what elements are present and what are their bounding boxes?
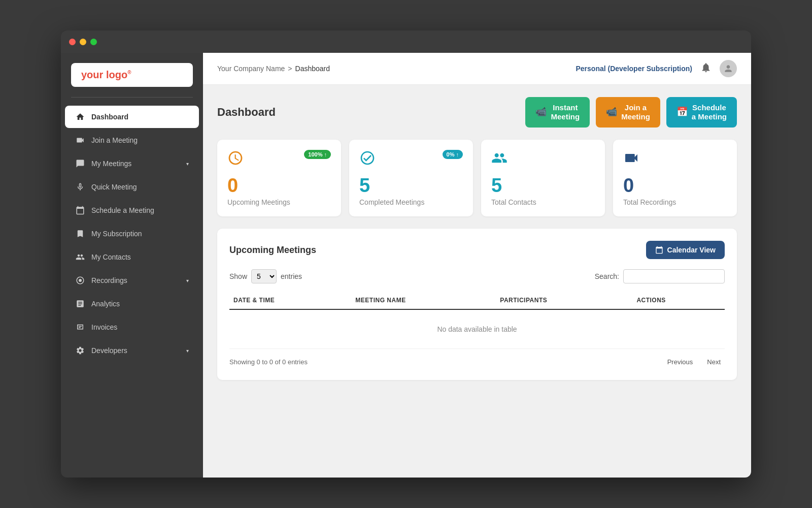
search-input[interactable] xyxy=(623,269,725,283)
recordings-stat-icon xyxy=(623,150,639,170)
col-participants: PARTICIPANTS xyxy=(496,292,632,309)
sidebar-item-join-meeting[interactable]: Join a Meeting xyxy=(65,129,199,151)
svg-point-0 xyxy=(79,279,82,282)
calendar-view-label: Calendar View xyxy=(667,246,716,254)
main-content: Your Company Name > Dashboard Personal (… xyxy=(203,53,751,478)
sidebar-item-schedule-meeting[interactable]: Schedule a Meeting xyxy=(65,199,199,221)
sidebar-item-developers[interactable]: Developers ▾ xyxy=(65,339,199,362)
schedule-meeting-button[interactable]: 📅 Schedulea Meeting xyxy=(666,97,737,128)
bookmark-icon xyxy=(75,229,85,239)
recordings-value: 0 xyxy=(623,176,727,195)
breadcrumb-current: Dashboard xyxy=(295,65,330,73)
minimize-button[interactable] xyxy=(80,39,86,45)
instant-meeting-button[interactable]: 📹 InstantMeeting xyxy=(525,97,590,128)
upcoming-label: Upcoming Meetings xyxy=(227,198,331,206)
stat-card-upcoming: 100% ↑ 0 Upcoming Meetings xyxy=(217,140,341,216)
logo-box: your logo® xyxy=(71,63,193,87)
search-label: Search: xyxy=(595,272,619,280)
upcoming-icon xyxy=(227,150,244,170)
maximize-button[interactable] xyxy=(90,39,97,45)
entries-select[interactable]: 5 10 25 50 xyxy=(251,269,277,283)
chevron-down-icon-developers: ▾ xyxy=(186,348,189,354)
calendar-view-button[interactable]: Calendar View xyxy=(646,241,725,259)
app-body: your logo® Dashboard Join a Meeting xyxy=(61,53,751,478)
sidebar-item-analytics[interactable]: Analytics xyxy=(65,293,199,315)
logo-text: your logo® xyxy=(81,69,131,81)
invoices-icon xyxy=(75,322,85,332)
sidebar-item-dashboard[interactable]: Dashboard xyxy=(65,106,199,128)
schedule-meeting-label: Schedulea Meeting xyxy=(692,103,727,121)
pagination: Previous Next xyxy=(663,356,725,368)
sidebar-label-dashboard: Dashboard xyxy=(91,113,128,121)
stat-card-recordings: 0 Total Recordings xyxy=(613,140,737,216)
show-label: Show xyxy=(229,272,247,280)
chat-icon xyxy=(75,158,85,169)
logo-brand: logo xyxy=(106,69,127,80)
chevron-down-icon: ▾ xyxy=(186,161,189,167)
analytics-icon xyxy=(75,299,85,309)
completed-badge: 0% ↑ xyxy=(443,150,463,159)
completed-icon xyxy=(359,150,376,170)
sidebar-item-my-meetings[interactable]: My Meetings ▾ xyxy=(65,152,199,175)
people-icon xyxy=(75,252,85,262)
join-meeting-label: Join aMeeting xyxy=(621,103,650,121)
sidebar-label-schedule-meeting: Schedule a Meeting xyxy=(91,206,154,214)
video-camera-icon: 📹 xyxy=(535,107,547,118)
titlebar xyxy=(61,30,751,53)
sidebar-label-recordings: Recordings xyxy=(91,276,127,284)
recordings-label: Total Recordings xyxy=(623,198,727,206)
breadcrumb-company[interactable]: Your Company Name xyxy=(217,65,285,73)
sidebar-item-quick-meeting[interactable]: Quick Meeting xyxy=(65,176,199,198)
search-area: Search: xyxy=(595,269,725,283)
close-button[interactable] xyxy=(69,39,76,45)
breadcrumb: Your Company Name > Dashboard xyxy=(217,65,330,73)
contacts-label: Total Contacts xyxy=(491,198,595,206)
home-icon xyxy=(75,112,85,122)
page-title: Dashboard xyxy=(217,106,276,119)
notification-bell[interactable] xyxy=(700,62,712,76)
join-meeting-button[interactable]: 📹 Join aMeeting xyxy=(596,97,660,128)
upcoming-badge-value: 100% xyxy=(308,151,322,157)
sidebar-item-my-subscription[interactable]: My Subscription xyxy=(65,223,199,245)
sidebar-item-recordings[interactable]: Recordings ▾ xyxy=(65,269,199,292)
upcoming-value: 0 xyxy=(227,176,331,195)
stat-card-header-upcoming: 100% ↑ xyxy=(227,150,331,170)
show-entries: Show 5 10 25 50 entries xyxy=(229,269,302,283)
entries-label: entries xyxy=(281,272,302,280)
logo-reg: ® xyxy=(127,70,131,75)
join-video-icon: 📹 xyxy=(606,107,617,118)
sidebar-item-invoices[interactable]: Invoices xyxy=(65,316,199,338)
next-button[interactable]: Next xyxy=(703,356,725,368)
stat-card-header-recordings xyxy=(623,150,727,170)
gear-icon xyxy=(75,345,85,356)
contacts-value: 5 xyxy=(491,176,595,195)
sidebar-divider xyxy=(71,97,193,98)
sidebar-label-join-meeting: Join a Meeting xyxy=(91,136,138,144)
content-area: Dashboard 📹 InstantMeeting 📹 Join aMeeti… xyxy=(203,85,751,478)
instant-meeting-label: InstantMeeting xyxy=(551,103,580,121)
upcoming-meetings-title: Upcoming Meetings xyxy=(229,245,316,256)
chevron-down-icon-recordings: ▾ xyxy=(186,278,189,283)
logo-area: your logo® xyxy=(61,63,203,97)
sidebar-item-my-contacts[interactable]: My Contacts xyxy=(65,246,199,268)
table-body: No data available in table xyxy=(229,309,725,349)
app-window: your logo® Dashboard Join a Meeting xyxy=(61,30,751,478)
stat-card-completed: 0% ↑ 5 Completed Meetings xyxy=(349,140,473,216)
user-avatar[interactable] xyxy=(720,60,737,77)
contacts-icon xyxy=(491,150,507,170)
previous-button[interactable]: Previous xyxy=(663,356,697,368)
stats-grid: 100% ↑ 0 Upcoming Meetings xyxy=(217,140,737,216)
completed-value: 5 xyxy=(359,176,463,195)
breadcrumb-separator: > xyxy=(288,65,292,73)
no-data-row: No data available in table xyxy=(229,309,725,349)
no-data-cell: No data available in table xyxy=(229,309,725,349)
table-header: Upcoming Meetings Calendar View xyxy=(229,241,725,259)
upcoming-badge-arrow: ↑ xyxy=(324,151,327,157)
sidebar-label-my-contacts: My Contacts xyxy=(91,253,131,261)
sidebar-label-developers: Developers xyxy=(91,346,127,355)
traffic-lights xyxy=(69,39,97,45)
video-icon xyxy=(75,135,85,145)
table-footer: Showing 0 to 0 of 0 entries Previous Nex… xyxy=(229,356,725,368)
sidebar-label-my-subscription: My Subscription xyxy=(91,230,142,238)
topbar: Your Company Name > Dashboard Personal (… xyxy=(203,53,751,85)
